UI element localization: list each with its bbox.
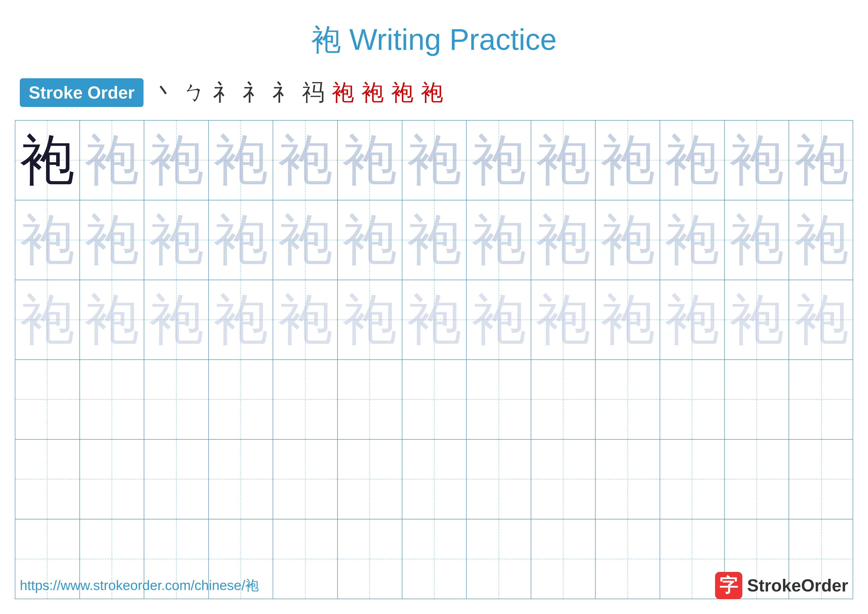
char-light: 袍	[729, 213, 784, 267]
grid-cell-4-12[interactable]	[725, 360, 789, 439]
brand-char: 字	[719, 573, 738, 598]
grid-cell-2-8: 袍	[467, 201, 531, 280]
grid-cell-3-13: 袍	[789, 280, 854, 359]
char-light: 袍	[794, 292, 849, 347]
grid-cell-1-2: 袍	[80, 121, 144, 200]
grid-cell-5-7[interactable]	[402, 440, 467, 519]
char-light: 袍	[471, 213, 526, 267]
char-light: 袍	[20, 213, 74, 267]
stroke-1: 丶	[153, 78, 176, 108]
grid-cell-4-8[interactable]	[467, 360, 531, 439]
grid-cell-1-13: 袍	[789, 121, 854, 200]
grid-cell-5-2[interactable]	[80, 440, 144, 519]
char-light: 袍	[665, 292, 719, 347]
footer-brand: 字 StrokeOrder	[715, 572, 848, 599]
char-light: 袍	[536, 213, 591, 267]
grid-cell-4-4[interactable]	[209, 360, 273, 439]
grid-cell-5-3[interactable]	[144, 440, 209, 519]
grid-cell-3-12: 袍	[725, 280, 789, 359]
practice-grid: 袍 袍 袍 袍 袍 袍 袍 袍 袍 袍 袍 袍 袍 袍 袍 袍 袍 袍 袍 袍 …	[15, 120, 853, 599]
char-light: 袍	[214, 292, 268, 347]
grid-cell-1-6: 袍	[338, 121, 402, 200]
grid-cell-4-13[interactable]	[789, 360, 854, 439]
char-light: 袍	[729, 292, 784, 347]
stroke-7: 袍	[332, 78, 354, 108]
char-light: 袍	[85, 133, 139, 188]
stroke-3: 礻	[213, 78, 235, 108]
grid-cell-4-11[interactable]	[660, 360, 725, 439]
grid-cell-1-7: 袍	[402, 121, 467, 200]
grid-cell-1-4: 袍	[209, 121, 273, 200]
char-light: 袍	[407, 213, 462, 267]
grid-cell-3-2: 袍	[80, 280, 144, 359]
stroke-order-badge: Stroke Order	[20, 78, 144, 107]
grid-cell-4-6[interactable]	[338, 360, 402, 439]
stroke-5: 礻	[273, 78, 295, 108]
char-light: 袍	[600, 133, 655, 188]
char-light: 袍	[794, 133, 849, 188]
grid-cell-5-6[interactable]	[338, 440, 402, 519]
grid-cell-4-2[interactable]	[80, 360, 144, 439]
grid-cell-3-1: 袍	[16, 280, 80, 359]
char-light: 袍	[85, 213, 139, 267]
grid-cell-5-5[interactable]	[273, 440, 338, 519]
grid-cell-3-7: 袍	[402, 280, 467, 359]
grid-cell-5-9[interactable]	[531, 440, 596, 519]
grid-cell-3-3: 袍	[144, 280, 209, 359]
grid-cell-2-1: 袍	[16, 201, 80, 280]
grid-cell-1-3: 袍	[144, 121, 209, 200]
grid-cell-5-8[interactable]	[467, 440, 531, 519]
grid-cell-3-11: 袍	[660, 280, 725, 359]
grid-cell-5-1[interactable]	[16, 440, 80, 519]
grid-cell-4-9[interactable]	[531, 360, 596, 439]
brand-name: StrokeOrder	[747, 576, 848, 595]
stroke-9: 袍	[391, 78, 414, 108]
char-light: 袍	[536, 133, 591, 188]
char-light: 袍	[471, 292, 526, 347]
grid-row-3: 袍 袍 袍 袍 袍 袍 袍 袍 袍 袍 袍 袍 袍	[16, 280, 852, 360]
char-light: 袍	[665, 133, 719, 188]
grid-cell-5-12[interactable]	[725, 440, 789, 519]
char-light: 袍	[794, 213, 849, 267]
grid-cell-3-4: 袍	[209, 280, 273, 359]
grid-cell-2-13: 袍	[789, 201, 854, 280]
grid-cell-4-3[interactable]	[144, 360, 209, 439]
grid-cell-5-4[interactable]	[209, 440, 273, 519]
stroke-sequence: 丶 ㄅ 礻 礻 礻 祃 袍 袍 袍 袍	[153, 78, 443, 108]
grid-cell-3-5: 袍	[273, 280, 338, 359]
char-light: 袍	[407, 292, 462, 347]
grid-cell-4-5[interactable]	[273, 360, 338, 439]
char-light: 袍	[278, 213, 333, 267]
page-title: 袍 Writing Practice	[0, 0, 868, 70]
char-light: 袍	[343, 133, 397, 188]
grid-cell-5-11[interactable]	[660, 440, 725, 519]
grid-cell-5-10[interactable]	[595, 440, 660, 519]
char-light: 袍	[665, 213, 719, 267]
grid-cell-2-2: 袍	[80, 201, 144, 280]
footer-url: https://www.strokeorder.com/chinese/袍	[20, 576, 259, 595]
stroke-6: 祃	[302, 78, 324, 108]
grid-cell-4-10[interactable]	[595, 360, 660, 439]
char-light: 袍	[149, 133, 204, 188]
char-light: 袍	[149, 213, 204, 267]
grid-cell-3-6: 袍	[338, 280, 402, 359]
char-dark: 袍	[20, 133, 74, 188]
grid-cell-5-13[interactable]	[789, 440, 854, 519]
grid-cell-3-10: 袍	[595, 280, 660, 359]
char-light: 袍	[85, 292, 139, 347]
char-light: 袍	[20, 292, 74, 347]
brand-icon: 字	[715, 572, 742, 599]
stroke-2: ㄅ	[183, 78, 206, 108]
title-char: 袍	[311, 23, 341, 56]
grid-cell-4-7[interactable]	[402, 360, 467, 439]
grid-cell-4-1[interactable]	[16, 360, 80, 439]
grid-cell-1-10: 袍	[595, 121, 660, 200]
char-light: 袍	[214, 213, 268, 267]
char-light: 袍	[600, 213, 655, 267]
grid-cell-2-4: 袍	[209, 201, 273, 280]
stroke-order-row: Stroke Order 丶 ㄅ 礻 礻 礻 祃 袍 袍 袍 袍	[0, 70, 868, 115]
grid-cell-3-8: 袍	[467, 280, 531, 359]
grid-cell-1-8: 袍	[467, 121, 531, 200]
grid-cell-2-10: 袍	[595, 201, 660, 280]
char-light: 袍	[149, 292, 204, 347]
